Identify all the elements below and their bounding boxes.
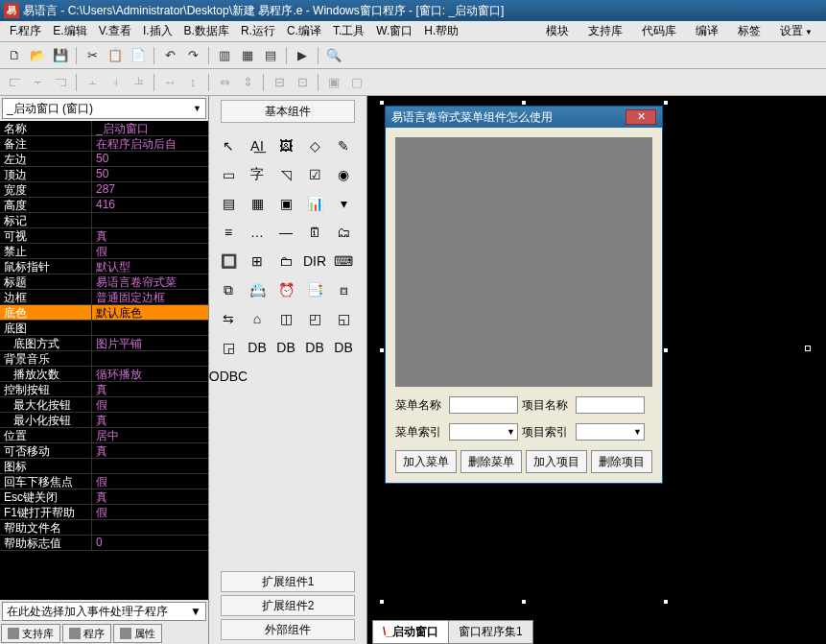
tab-property[interactable]: 属性: [113, 624, 162, 643]
palette-icon-4[interactable]: ✎: [332, 134, 355, 157]
new-icon[interactable]: 🗋: [4, 45, 25, 66]
cut-icon[interactable]: ✂: [82, 45, 103, 66]
palette-icon-1[interactable]: A͟I: [246, 134, 269, 157]
same-width-icon[interactable]: ↔: [159, 72, 180, 93]
menu-insert[interactable]: I.插入: [137, 21, 178, 41]
prop-row[interactable]: 顶边50: [0, 167, 208, 182]
add-menu-button[interactable]: 加入菜单: [395, 450, 457, 473]
prop-row[interactable]: 背景音乐: [0, 351, 208, 367]
palette-icon-28[interactable]: 📑: [303, 278, 326, 301]
prop-row[interactable]: 位置居中: [0, 428, 208, 443]
palette-icon-19[interactable]: 🗂: [332, 221, 355, 244]
layout3-icon[interactable]: ▤: [260, 45, 281, 66]
open-icon[interactable]: 📂: [27, 45, 48, 66]
layout1-icon[interactable]: ▥: [214, 45, 235, 66]
run-icon[interactable]: ▶: [292, 45, 313, 66]
tab-program[interactable]: 程序: [62, 624, 111, 643]
palette-icon-2[interactable]: 🖼: [274, 134, 297, 157]
del-item-button[interactable]: 删除项目: [591, 450, 652, 473]
palette-icon-25[interactable]: ⧉: [217, 278, 240, 301]
palette-icon-24[interactable]: ⌨: [332, 250, 355, 273]
property-grid[interactable]: 名称_启动窗口备注在程序启动后自左边50顶边50宽度287高度416标记可视真禁…: [0, 121, 208, 600]
menu-name-input[interactable]: [449, 396, 518, 414]
menu-run[interactable]: R.运行: [235, 21, 281, 41]
prop-row[interactable]: 鼠标指针默认型: [0, 259, 208, 274]
menu-db[interactable]: B.数据库: [178, 21, 235, 41]
find-icon[interactable]: 🔍: [323, 45, 344, 66]
palette-icon-13[interactable]: 📊: [303, 192, 326, 215]
align-left-icon[interactable]: ⫍: [4, 72, 25, 93]
palette-icon-30[interactable]: ⇆: [217, 307, 240, 330]
prop-row[interactable]: 名称_启动窗口: [0, 121, 208, 136]
menu-view[interactable]: V.查看: [93, 21, 137, 41]
prop-row[interactable]: 最小化按钮真: [0, 413, 208, 428]
palette-icon-10[interactable]: ▤: [217, 192, 240, 215]
palette-icon-37[interactable]: DB: [274, 336, 297, 359]
prop-row[interactable]: 帮助标志值0: [0, 536, 208, 551]
palette-icon-12[interactable]: ▣: [274, 192, 297, 215]
palette-icon-8[interactable]: ☑: [303, 163, 326, 186]
event-combo[interactable]: 在此处选择加入事件处理子程序▼: [2, 602, 206, 621]
doc-tab-code[interactable]: 窗口程序集1: [448, 620, 533, 644]
hspace-icon[interactable]: ⇔: [214, 72, 235, 93]
undo-icon[interactable]: ↶: [159, 45, 180, 66]
prop-row[interactable]: 宽度287: [0, 182, 208, 198]
menu-module[interactable]: 模块: [536, 21, 578, 41]
palette-icon-16[interactable]: …: [246, 221, 269, 244]
palette-icon-14[interactable]: ▾: [332, 192, 355, 215]
prop-row[interactable]: 底图: [0, 321, 208, 336]
copy-icon[interactable]: 📋: [105, 45, 126, 66]
prop-row[interactable]: F1键打开帮助假: [0, 505, 208, 520]
align-center-icon[interactable]: ⫟: [27, 72, 48, 93]
palette-icon-7[interactable]: ◹: [274, 163, 297, 186]
prop-row[interactable]: 可视真: [0, 228, 208, 244]
prop-row[interactable]: 底色默认底色: [0, 305, 208, 321]
menu-codelib[interactable]: 代码库: [632, 21, 686, 41]
menu-file[interactable]: F.程序: [4, 21, 47, 41]
palette-icon-35[interactable]: ◲: [217, 336, 240, 359]
palette-icon-17[interactable]: —: [274, 221, 297, 244]
back-icon[interactable]: ▢: [346, 72, 367, 93]
form-window[interactable]: 易语言卷帘式菜单组件怎么使用 ✕ 菜单名称 项目名称 菜单索引 ▼ 项目索引 ▼: [385, 106, 663, 484]
palette-icon-32[interactable]: ◫: [274, 307, 297, 330]
prop-row[interactable]: 播放次数循环播放: [0, 367, 208, 382]
palette-icon-31[interactable]: ⌂: [246, 307, 269, 330]
vspace-icon[interactable]: ⇕: [237, 72, 258, 93]
palette-ext1[interactable]: 扩展组件1: [221, 571, 355, 592]
palette-icon-11[interactable]: ▦: [246, 192, 269, 215]
menu-help[interactable]: H.帮助: [418, 21, 464, 41]
align-mid-icon[interactable]: ⫞: [105, 72, 126, 93]
palette-external[interactable]: 外部组件: [221, 619, 355, 640]
menu-index-select[interactable]: ▼: [449, 423, 518, 441]
prop-row[interactable]: 禁止假: [0, 244, 208, 259]
menu-support[interactable]: 支持库: [578, 21, 632, 41]
menu-tools[interactable]: T.工具: [327, 21, 370, 41]
menu-settings[interactable]: 设置▼: [770, 21, 822, 41]
del-menu-button[interactable]: 删除菜单: [460, 450, 522, 473]
palette-icon-38[interactable]: DB: [303, 336, 326, 359]
palette-ext2[interactable]: 扩展组件2: [221, 595, 355, 616]
object-combo[interactable]: _启动窗口 (窗口)▼: [2, 98, 206, 119]
design-canvas[interactable]: 易语言卷帘式菜单组件怎么使用 ✕ 菜单名称 项目名称 菜单索引 ▼ 项目索引 ▼: [367, 96, 826, 644]
center-v-icon[interactable]: ⊡: [292, 72, 313, 93]
palette-icon-36[interactable]: DB: [246, 336, 269, 359]
tab-support-lib[interactable]: 支持库: [1, 624, 60, 643]
menu-edit[interactable]: E.编辑: [47, 21, 92, 41]
prop-row[interactable]: 回车下移焦点假: [0, 474, 208, 489]
save-icon[interactable]: 💾: [50, 45, 71, 66]
align-right-icon[interactable]: ⫎: [50, 72, 71, 93]
prop-row[interactable]: 边框普通固定边框: [0, 290, 208, 305]
prop-row[interactable]: 标记: [0, 213, 208, 228]
palette-icon-27[interactable]: ⏰: [274, 278, 297, 301]
palette-icon-18[interactable]: 🗓: [303, 221, 326, 244]
menu-tag[interactable]: 标签: [728, 21, 770, 41]
prop-row[interactable]: 底图方式图片平铺: [0, 336, 208, 351]
prop-row[interactable]: 可否移动真: [0, 443, 208, 459]
palette-icon-33[interactable]: ◰: [303, 307, 326, 330]
prop-row[interactable]: 帮助文件名: [0, 520, 208, 536]
palette-icon-6[interactable]: 字: [246, 163, 269, 186]
palette-icon-23[interactable]: DIR: [303, 250, 326, 273]
layout2-icon[interactable]: ▦: [237, 45, 258, 66]
palette-icon-5[interactable]: ▭: [217, 163, 240, 186]
menu-compile[interactable]: C.编译: [281, 21, 327, 41]
